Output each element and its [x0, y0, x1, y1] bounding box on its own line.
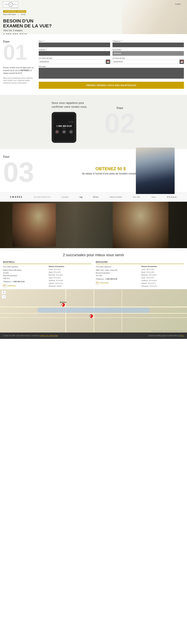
- logo[interactable]: TRIS C FFIN: [3, 2, 18, 8]
- montreal-hours-5: Samedi : 10 h à 17 h: [49, 282, 91, 285]
- nav-pill-optometrists[interactable]: OPTOMÉTRISTES · OPTICIENS: [3, 10, 26, 13]
- hero-subtitle: Voici les 3 étapes: [3, 29, 184, 32]
- form-row-dates: 1er Choix de date 📅 2e choix de date 📅: [39, 57, 184, 64]
- nav-pills: OPTOMÉTRISTES · OPTICIENS: [3, 10, 26, 13]
- nav-separator: |: [18, 14, 19, 15]
- brossard-hours-list: Lundi : 10 h à 18 h Mardi : 10 h à 18 h …: [141, 268, 184, 288]
- brand-cartier: Cartier: [61, 196, 69, 198]
- brossard-hours-2: Mercredi : 10 h à 20 h: [141, 274, 184, 276]
- step-03-section: Étape 03 OBTENEZ 50 $ de rabais à l'acha…: [0, 149, 187, 192]
- brand-dior: Dior: [93, 196, 99, 198]
- step-02-section: Nous vous rappelons pour confirmer votre…: [0, 95, 187, 149]
- map-river: [37, 308, 149, 313]
- brossard-hours-title: Heures d'ouverture: [141, 266, 184, 267]
- courriel-label: Courriel : *: [39, 49, 110, 50]
- step-03-number: 03: [3, 158, 34, 186]
- step-02-left: Nous vous rappelons pour confirmer votre…: [52, 101, 95, 143]
- montreal-hours-6: Dimanche : Fermé: [49, 285, 91, 288]
- step-03-left: Étape 03: [3, 156, 34, 186]
- map-zoom-out[interactable]: −: [2, 295, 6, 298]
- person-right-photo: [113, 202, 168, 248]
- map-pin-montreal[interactable]: [61, 302, 65, 307]
- montreal-phone-label: Téléphone :: [3, 281, 12, 282]
- step-02-right: Étape 02: [104, 107, 135, 137]
- form-group-telephone: Téléphone : *: [112, 40, 184, 47]
- brand-ray-ban: Ray Ban: [133, 196, 140, 198]
- footer-blogs-link[interactable]: Blogs: [180, 335, 184, 336]
- phone-screen: 5:41 AM 1 888 380-5118 00:10 🔇 ⌨ 🔊: [54, 114, 74, 141]
- phone-subtext: 00:10: [62, 127, 66, 129]
- step-01-note: Nous vous contacterons pour confirmer vo…: [3, 77, 34, 84]
- brossard-itinerary-link[interactable]: 📍 ITINÉRAIRE: [96, 282, 138, 284]
- date1-input[interactable]: [39, 60, 105, 64]
- montreal-addr-text: Édifice Place-Ville-Marie #11001 Montréa…: [3, 269, 46, 280]
- branch-brossard-address: Tris Coffin Opticiens 9090, boul. Leduc,…: [96, 266, 138, 288]
- succursale-input[interactable]: [112, 51, 184, 56]
- montreal-phone: 1 888 380-5118: [13, 281, 25, 282]
- hero-phone: 1 888 380-5118: [3, 33, 184, 34]
- courriel-input[interactable]: [39, 51, 110, 56]
- map-section: Montréal + − Map data ©Google | Terms of…: [0, 289, 187, 332]
- brossard-phone-row: Téléphone : 1 888 380-5118: [96, 278, 138, 280]
- montreal-hours-list: Lundi : 8 h à 18 h Mardi : 8 h à 18 h Me…: [49, 268, 91, 288]
- header: TRIS C FFIN DEPUIS 1934 OPTOMÉTRISTES · …: [0, 0, 187, 34]
- brand-face-a-face: FACE A FACE: [110, 196, 122, 198]
- branches-section: 2 succursales pour mieux vous servir MON…: [0, 248, 187, 289]
- person-left-photo: [13, 203, 56, 246]
- brossard-hours-1: Mardi : 10 h à 18 h: [141, 271, 184, 274]
- brossard-hours-0: Lundi : 10 h à 18 h: [141, 268, 184, 271]
- brand-prada: PRADA: [167, 196, 177, 198]
- montreal-hours-1: Mardi : 8 h à 18 h: [49, 271, 91, 274]
- branch-brossard-info: Tris Coffin Opticiens 9090, boul. Leduc,…: [96, 266, 184, 288]
- nav-link-dic30[interactable]: Dic30: [21, 14, 25, 15]
- step-01-form: Nom : * Téléphone : * Courriel : * Succu…: [39, 40, 184, 89]
- date2-label: 2e choix de date: [112, 57, 184, 59]
- lang-link[interactable]: English: [172, 2, 184, 6]
- branch-montreal-info: Tris Coffin Opticiens Édifice Place-Vill…: [3, 266, 91, 288]
- footer-right-text: Création de landing page et publicité We…: [148, 335, 179, 336]
- phone-mute-btn[interactable]: 🔇: [55, 130, 59, 134]
- nom-input[interactable]: [39, 42, 110, 47]
- phone-keypad-btn[interactable]: ⌨: [62, 130, 66, 134]
- brand-oliver-peoples: OLIVER PEOPLES: [34, 196, 51, 198]
- date2-input[interactable]: [112, 60, 179, 64]
- phone-mockup: 5:41 AM 1 888 380-5118 00:10 🔇 ⌨ 🔊: [52, 112, 76, 143]
- nom-label: Nom : *: [39, 40, 110, 42]
- form-group-date1: 1er Choix de date 📅: [39, 57, 110, 64]
- phone-speaker-btn[interactable]: 🔊: [69, 130, 73, 134]
- footer-right: Création de landing page et publicité We…: [148, 335, 184, 336]
- message-label: Message :: [39, 66, 184, 67]
- submit-button[interactable]: PRENEZ RENDEZ-VOUS DÈS MAINTENANT: [39, 82, 184, 89]
- step-01-left: Étape 01 Prenez rendez-vous en ligne pou…: [3, 40, 34, 89]
- header-top: TRIS C FFIN DEPUIS 1934 OPTOMÉTRISTES · …: [0, 0, 187, 17]
- step-01-number: 01: [3, 42, 34, 63]
- calendar1-icon[interactable]: 📅: [106, 60, 110, 64]
- hero-title-1: BESOIN D'UN: [3, 18, 184, 24]
- map-zoom-in[interactable]: +: [2, 291, 6, 294]
- date1-wrapper: 📅: [39, 60, 110, 64]
- brossard-hours-6: Dimanche : 12 h à 17 h: [141, 285, 184, 288]
- montreal-hours-4: Vendredi : 8 h à 18 h: [49, 279, 91, 282]
- date1-label: 1er Choix de date: [39, 57, 110, 59]
- brand-rag: rag: [79, 196, 82, 198]
- phone-buttons: 🔇 ⌨ 🔊: [55, 130, 73, 134]
- branches-title: 2 succursales pour mieux vous servir: [3, 253, 184, 257]
- step-01-desc: Prenez rendez-vous en ligne pour un exam…: [3, 66, 34, 74]
- brossard-hours-4: Vendredi : 10 h à 18 h: [141, 279, 184, 282]
- telephone-input[interactable]: [112, 42, 184, 47]
- step-01-container: Étape 01 Prenez rendez-vous en ligne pou…: [3, 40, 184, 89]
- branches-grid: MONTRÉAL Tris Coffin Opticiens Édifice P…: [3, 261, 184, 288]
- montreal-hours-title: Heures d'ouverture: [49, 266, 91, 267]
- telephone-label: Téléphone : *: [112, 40, 184, 42]
- form-group-date2: 2e choix de date 📅: [112, 57, 184, 64]
- branch-montreal-hours: Heures d'ouverture Lundi : 8 h à 18 h Ma…: [49, 266, 91, 288]
- montreal-itinerary-link[interactable]: 📍 ITINÉRAIRE: [3, 284, 46, 287]
- step-01-section: Étape 01 Prenez rendez-vous en ligne pou…: [0, 34, 187, 95]
- phone-status: 5:41 AM: [55, 121, 73, 122]
- footer-policy-link[interactable]: politique de confidentialité: [40, 335, 58, 336]
- form-group-courriel: Courriel : *: [39, 49, 110, 56]
- calendar2-icon[interactable]: 📅: [179, 60, 184, 64]
- nav-link-pvmarie[interactable]: Place-Ville-Marie: [3, 14, 16, 15]
- message-textarea[interactable]: [39, 68, 184, 79]
- map-attribution: Map data ©Google | Terms of Use | Report…: [151, 330, 185, 332]
